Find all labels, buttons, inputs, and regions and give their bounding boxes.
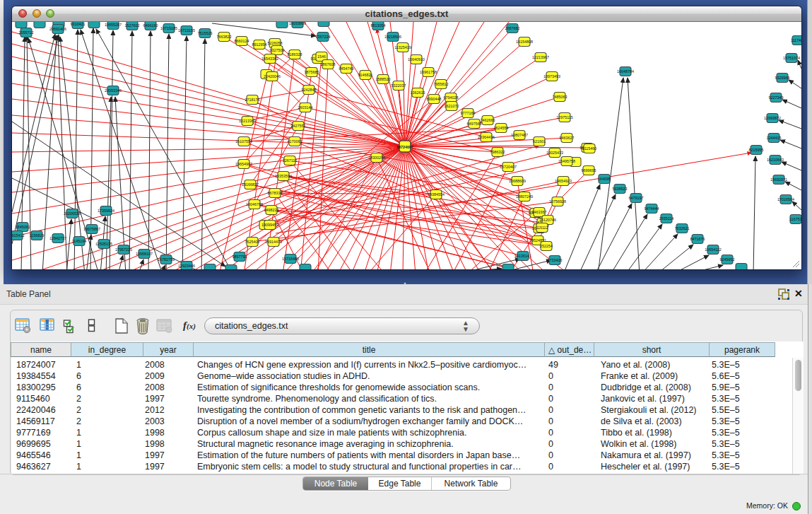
svg-text:12923446: 12923446 <box>178 264 195 268</box>
svg-text:3875685: 3875685 <box>305 70 319 74</box>
svg-text:2603144: 2603144 <box>298 105 313 110</box>
svg-text:1527602: 1527602 <box>125 23 140 28</box>
svg-text:19099459: 19099459 <box>261 223 278 227</box>
svg-text:8660124: 8660124 <box>235 39 249 43</box>
svg-text:20206538: 20206538 <box>64 211 81 216</box>
svg-text:15495758: 15495758 <box>558 159 575 163</box>
svg-text:16648784: 16648784 <box>617 69 634 74</box>
svg-text:16914479: 16914479 <box>265 240 282 244</box>
svg-text:13353594: 13353594 <box>275 174 292 178</box>
svg-text:8454749: 8454749 <box>339 66 354 71</box>
svg-text:9327509: 9327509 <box>270 48 285 52</box>
svg-text:116753: 116753 <box>789 217 801 221</box>
svg-text:10655267: 10655267 <box>105 23 122 27</box>
svg-text:5322037: 5322037 <box>392 83 406 88</box>
svg-text:20691406: 20691406 <box>49 27 66 31</box>
svg-text:9857791: 9857791 <box>233 255 247 259</box>
svg-text:9245652: 9245652 <box>720 257 735 262</box>
svg-text:10688609: 10688609 <box>509 179 526 183</box>
svg-text:9227349: 9227349 <box>769 95 784 100</box>
svg-text:22420046: 22420046 <box>264 74 281 78</box>
svg-text:17359924: 17359924 <box>98 209 114 213</box>
svg-text:18300295: 18300295 <box>368 156 385 160</box>
svg-text:7515526: 7515526 <box>198 31 213 35</box>
svg-text:10958107: 10958107 <box>136 252 153 256</box>
svg-text:18807249: 18807249 <box>516 194 533 199</box>
svg-text:115112: 115112 <box>536 226 548 230</box>
svg-text:19654923: 19654923 <box>555 179 572 183</box>
svg-text:19654963: 19654963 <box>235 162 252 166</box>
svg-text:7986322: 7986322 <box>490 150 505 154</box>
svg-text:5226058: 5226058 <box>268 41 283 45</box>
svg-text:10973493: 10973493 <box>543 74 560 78</box>
svg-text:2867608: 2867608 <box>321 62 336 66</box>
svg-text:9474444: 9474444 <box>645 206 659 211</box>
svg-text:15692971: 15692971 <box>770 177 787 182</box>
svg-text:252254: 252254 <box>540 244 553 248</box>
svg-text:7357224: 7357224 <box>316 35 331 39</box>
svg-text:9242848: 9242848 <box>302 88 317 92</box>
svg-text:15716485: 15716485 <box>282 257 299 261</box>
svg-text:12975115: 12975115 <box>556 115 573 119</box>
svg-text:9329966: 9329966 <box>775 76 790 80</box>
svg-text:7625402: 7625402 <box>245 240 260 244</box>
svg-text:16154808: 16154808 <box>516 40 533 44</box>
svg-text:20364436: 20364436 <box>478 135 495 139</box>
svg-text:8990448: 8990448 <box>427 97 442 101</box>
svg-text:16033809: 16033809 <box>289 22 306 25</box>
svg-text:19384554: 19384554 <box>428 192 445 197</box>
svg-text:1733426: 1733426 <box>548 258 563 262</box>
svg-text:164095: 164095 <box>598 177 611 181</box>
svg-text:16120746: 16120746 <box>539 218 556 222</box>
svg-text:1546: 1546 <box>317 54 326 59</box>
svg-text:12213369: 12213369 <box>239 119 256 123</box>
svg-text:7663822: 7663822 <box>217 35 232 39</box>
svg-text:2718176: 2718176 <box>245 98 260 102</box>
svg-text:4170061: 4170061 <box>288 139 302 144</box>
svg-text:12942737: 12942737 <box>49 236 66 240</box>
svg-text:2687682: 2687682 <box>505 26 520 30</box>
svg-text:8215955: 8215955 <box>749 148 764 152</box>
svg-text:15720407: 15720407 <box>500 165 517 169</box>
svg-text:10046788: 10046788 <box>246 202 263 206</box>
svg-text:7955812: 7955812 <box>434 82 449 86</box>
svg-text:10719185: 10719185 <box>160 26 177 30</box>
svg-text:16713155: 16713155 <box>178 28 195 33</box>
svg-text:7462666: 7462666 <box>481 118 495 122</box>
svg-text:8471676: 8471676 <box>690 237 705 241</box>
svg-text:1621072: 1621072 <box>445 104 459 108</box>
svg-text:10807487: 10807487 <box>511 133 528 137</box>
svg-text:19975867: 19975867 <box>83 227 100 231</box>
svg-text:8186328: 8186328 <box>288 52 302 57</box>
svg-text:5938923: 5938923 <box>613 187 628 191</box>
svg-text:12213967: 12213967 <box>532 55 549 59</box>
svg-text:1145194: 1145194 <box>72 239 87 243</box>
svg-text:15640910: 15640910 <box>408 57 425 62</box>
svg-text:1624554: 1624554 <box>494 126 509 130</box>
svg-text:1362615: 1362615 <box>411 90 425 95</box>
svg-text:16107554: 16107554 <box>235 139 252 144</box>
svg-text:16782759: 16782759 <box>158 257 175 262</box>
svg-text:1117404: 1117404 <box>791 38 801 42</box>
svg-text:1156829: 1156829 <box>30 233 45 238</box>
svg-text:14136141: 14136141 <box>514 254 531 258</box>
svg-text:9463627: 9463627 <box>560 136 575 140</box>
svg-text:19166827: 19166827 <box>242 182 259 187</box>
svg-text:8678334: 8678334 <box>268 191 283 195</box>
svg-text:7632621: 7632621 <box>675 226 690 230</box>
svg-text:12093872: 12093872 <box>764 116 781 120</box>
svg-text:9498222: 9498222 <box>264 208 279 212</box>
svg-text:6479197: 6479197 <box>629 196 644 200</box>
svg-text:1244415: 1244415 <box>767 136 782 140</box>
svg-text:1588520: 1588520 <box>376 77 391 81</box>
svg-text:3267110: 3267110 <box>283 158 298 163</box>
svg-text:6497568: 6497568 <box>467 122 482 126</box>
svg-text:18724007: 18724007 <box>396 145 413 149</box>
svg-text:9310421: 9310421 <box>71 22 86 26</box>
svg-text:2935114: 2935114 <box>659 216 674 221</box>
svg-text:9115460: 9115460 <box>582 146 597 151</box>
svg-text:6794028: 6794028 <box>444 95 459 100</box>
svg-text:17016504: 17016504 <box>777 197 794 201</box>
svg-text:16543382: 16543382 <box>261 57 278 61</box>
svg-text:621601: 621601 <box>533 139 546 144</box>
